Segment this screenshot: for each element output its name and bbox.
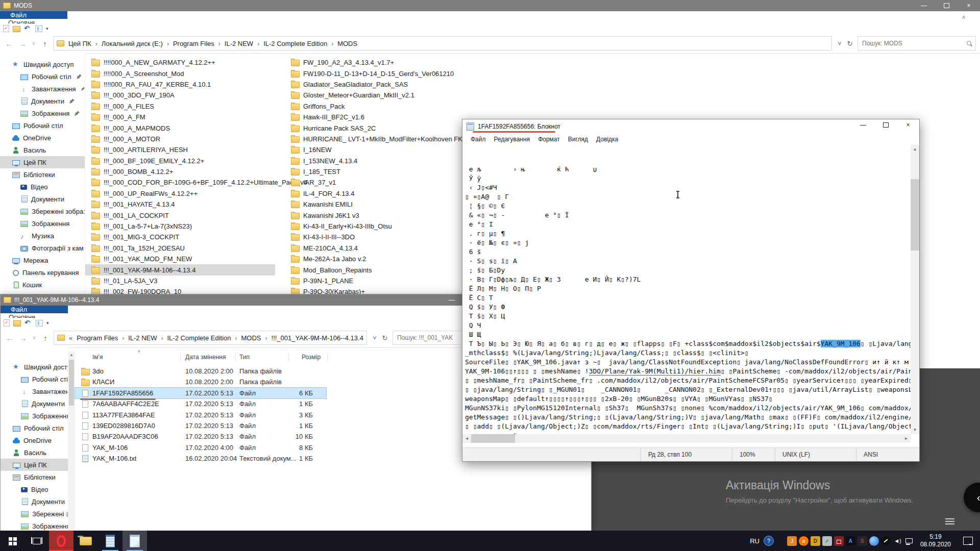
maximize-button[interactable] <box>935 0 958 11</box>
folder-item[interactable]: !!!_000_A_FM <box>85 112 275 122</box>
7A6AABAAFF4C2E2E[interactable]: 7A6AABAAFF4C2E2E 17.02.2020 5:13 Файл 1 … <box>75 398 326 409</box>
folder-item[interactable]: !!!_001_LA_COCKPIT <box>85 210 275 220</box>
menu-item[interactable]: Редагування <box>490 136 534 143</box>
vertical-scrollbar[interactable]: ▲ ▼ <box>911 145 919 434</box>
text-editor[interactable]: е љ › њ ќ ћ џ Ў ў ‹ Ј▯<#Ч▯ ¤▯А@ ▯ Г ¦ §▯… <box>462 145 911 434</box>
forward-icon[interactable]: → <box>18 334 28 342</box>
scroll-left-icon[interactable]: ◄ <box>462 434 471 443</box>
language-indicator[interactable]: RU <box>750 537 760 545</box>
menu-item[interactable]: Довідка <box>592 136 622 143</box>
sidebar-item[interactable]: Відео <box>0 181 85 193</box>
breadcrumb[interactable]: MODS <box>337 40 357 47</box>
search-icon[interactable] <box>966 40 972 46</box>
breadcrumb[interactable]: IL-2 Complete Edition <box>263 40 337 47</box>
path-overflow-indicator[interactable]: « <box>69 334 72 342</box>
close-button[interactable]: × <box>958 0 980 11</box>
sidebar-item[interactable]: Робочий стіл <box>0 70 85 83</box>
menu-item[interactable]: Вигляд <box>564 136 592 143</box>
address-input[interactable]: Цей ПКЛокальний диск (E:)Program FilesIL… <box>53 36 832 51</box>
back-icon[interactable]: ← <box>5 334 15 342</box>
ribbon-tab[interactable]: Файл <box>0 11 67 19</box>
customize-toolbar-icon[interactable]: ▾ <box>46 25 54 32</box>
sidebar-item[interactable]: Документи <box>1 397 68 410</box>
address-dropdown-icon[interactable]: ˅ <box>835 40 844 47</box>
up-icon[interactable]: ↑ <box>40 39 50 48</box>
recent-locations-icon[interactable]: ˅ <box>31 335 37 341</box>
sidebar-item[interactable]: Робочий стіл <box>0 119 85 132</box>
clock[interactable]: 5:19 08.09.2020 <box>920 533 951 548</box>
sidebar-item[interactable]: Зображення <box>0 107 85 119</box>
breadcrumb[interactable]: Program Files <box>173 40 225 47</box>
113A77FEA3864FAE[interactable]: 113A77FEA3864FAE 17.02.2020 5:13 Файл 3 … <box>75 410 326 420</box>
daemon-tools-icon[interactable]: D <box>811 536 820 546</box>
recent-locations-icon[interactable]: ˅ <box>31 41 37 46</box>
folder-item[interactable]: FW190-D-11_D-13+D-14_D-15_Gerd's_Ver0612… <box>285 68 601 79</box>
new-folder-icon[interactable] <box>13 26 20 32</box>
app-s-icon[interactable]: S <box>857 536 867 546</box>
properties-icon[interactable] <box>4 319 10 327</box>
YAK_M-106[interactable]: YAK_M-106 17.02.2020 4:00 Файл 8 КБ <box>75 442 326 453</box>
satellite-icon[interactable] <box>881 536 891 546</box>
refresh-icon[interactable]: ↻ <box>380 334 389 342</box>
folder-item[interactable]: !!!_000_COD_FOR_BF-109G-6+BF_109F_4.12.2… <box>85 177 275 188</box>
sidebar-item[interactable]: Завантаження <box>1 385 68 397</box>
breadcrumb[interactable]: Цей ПК <box>68 40 102 47</box>
opera-icon[interactable] <box>49 531 74 551</box>
folder-item[interactable]: !!!_000_A_MAPMODS <box>85 122 275 133</box>
folder-item[interactable]: !!!_001_Ta_152H_2OESAU <box>85 243 275 254</box>
sidebar-item[interactable]: Кошик <box>0 279 85 291</box>
help-icon[interactable]: ? <box>764 536 774 546</box>
folder-item[interactable]: Griffons_Pack <box>285 101 601 112</box>
calculator-icon[interactable] <box>98 531 122 551</box>
sidebar-item[interactable]: OneDrive <box>0 132 85 144</box>
sidebar-item[interactable]: Робочий стіл <box>1 373 68 385</box>
scroll-up-icon[interactable]: ▲ <box>68 352 75 359</box>
breadcrumb[interactable]: Program Files <box>77 334 128 342</box>
sidebar-item[interactable]: Мережа <box>0 254 85 266</box>
sidebar-item[interactable]: Бібліотеки <box>0 168 85 181</box>
sidebar-item[interactable]: Збережені зобра: <box>0 205 85 217</box>
customize-toolbar-icon[interactable]: ▾ <box>46 319 54 327</box>
139ED0289816D7A0[interactable]: 139ED0289816D7A0 17.02.2020 5:13 Файл 1 … <box>75 420 326 431</box>
sidebar-item[interactable]: Документи <box>1 495 68 508</box>
undo-icon[interactable]: ↶ <box>24 25 32 32</box>
new-folder-icon[interactable] <box>13 320 21 327</box>
column-header-name[interactable]: Ім'я <box>92 354 103 365</box>
sidebar-item[interactable]: Зображення <box>1 520 68 531</box>
minimize-button[interactable]: — <box>913 0 935 11</box>
breadcrumb[interactable]: Локальний диск (E:) <box>102 40 173 47</box>
sidebar-item[interactable]: OneDrive <box>1 434 68 446</box>
scrollbar-thumb[interactable] <box>69 360 74 406</box>
B19AF20AAADF3C06[interactable]: B19AF20AAADF3C06 17.02.2020 5:13 Файл 10… <box>75 431 326 442</box>
undo-icon[interactable]: ↶ <box>24 319 32 327</box>
folder-item[interactable]: FW_190_A2_A3_4.13.4_v1.7+ <box>285 57 601 68</box>
sidebar-item[interactable]: Цей ПК <box>0 156 85 168</box>
network-icon[interactable] <box>904 536 914 546</box>
java-icon[interactable]: J <box>787 536 797 546</box>
folder-item[interactable]: !!!!000_A_Screenshot_Mod <box>85 68 275 79</box>
back-icon[interactable]: ← <box>4 39 14 48</box>
sidebar-item[interactable]: Фотографії з кам <box>0 242 85 254</box>
up-icon[interactable]: ↑ <box>40 334 51 342</box>
scroll-down-icon[interactable]: ▼ <box>911 425 919 434</box>
sidebar-item[interactable]: Бібліотеки <box>1 471 68 483</box>
breadcrumb[interactable]: IL-2 NEW <box>225 40 263 47</box>
sidebar-item[interactable]: Збережені зоб <box>1 508 68 520</box>
refresh-icon[interactable]: ↻ <box>845 40 854 47</box>
folder-item[interactable]: Gladiator_SeaGladiator_Pack_SAS <box>285 79 601 90</box>
sidebar-item[interactable]: Цей ПК <box>1 459 68 471</box>
folder-item[interactable]: !!!_000_BOMB_4.12.2+ <box>85 166 275 177</box>
screen-recorder-button[interactable]: ‹ <box>964 483 980 512</box>
folder-item[interactable]: !!!!000_RA_FAU_47_KERBE_4.10.1 <box>85 79 275 90</box>
folder-item[interactable]: !!!_001_YAK_MOD_FM_NEW <box>85 254 275 264</box>
sidebar-item[interactable]: Швидкий доступ <box>1 361 68 373</box>
menu-item[interactable]: Файл <box>467 136 490 143</box>
scroll-right-icon[interactable]: ► <box>902 434 911 443</box>
sidebar-item[interactable]: Зображення <box>1 410 68 422</box>
minimize-button[interactable]: — <box>449 296 455 304</box>
column-header-size[interactable]: Розмір <box>302 354 321 365</box>
sidebar-scrollbar[interactable]: ▲ <box>68 352 75 531</box>
folder-item[interactable]: !!!_000_UP_RealFWs_4.12.2++ <box>85 188 275 199</box>
folder-item[interactable]: !!!!000_A_NEW_GARMATY_4.12.2++ <box>85 57 275 68</box>
3do[interactable]: 3do 10.08.2020 2:00 Папка файлів <box>75 366 326 377</box>
